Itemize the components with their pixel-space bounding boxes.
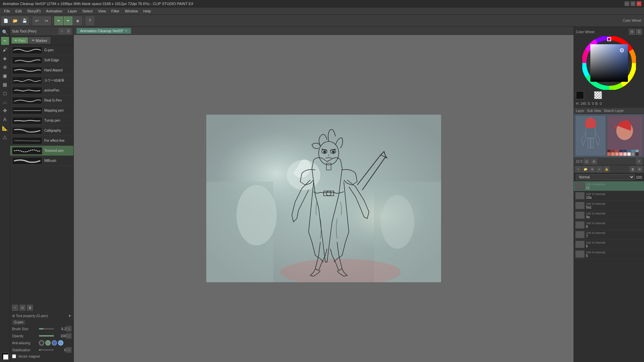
new-brush-button[interactable]: + — [12, 305, 18, 311]
zoom-fit-button[interactable]: ⊟ — [584, 159, 590, 165]
open-button[interactable]: 📂 — [11, 16, 19, 25]
brush-item-hardalased[interactable]: Hard Alased — [10, 65, 73, 75]
menu-file[interactable]: File — [1, 8, 13, 14]
minimize-button[interactable]: — — [625, 1, 629, 6]
opacity-slider[interactable] — [39, 335, 54, 337]
fill-tool[interactable]: ▣ — [1, 72, 9, 80]
add-layer-button[interactable]: + — [575, 166, 581, 172]
text-tool[interactable]: A — [1, 115, 9, 123]
help-toolbar[interactable]: ? — [86, 16, 94, 25]
brush-size-decrease[interactable]: ✒ — [54, 16, 63, 25]
menu-view[interactable]: View — [95, 8, 109, 14]
color-wheel-settings[interactable]: ⚙ — [629, 29, 635, 35]
stabilization-input-button[interactable]: ↕ — [66, 347, 71, 353]
layer-item-11[interactable]: 100 % Normal 11 — [574, 181, 644, 191]
layer-item-9a[interactable]: 100 % Normal 9a — [574, 210, 644, 220]
menu-edit[interactable]: Edit — [13, 8, 24, 14]
layer-item-7[interactable]: 100 % Normal 7 — [574, 230, 644, 240]
canvas-content[interactable] — [206, 115, 441, 282]
vector-magnet-checkbox[interactable] — [12, 354, 16, 358]
brush-item-texturedpen[interactable]: Textured pen — [10, 146, 73, 156]
foreground-swatch[interactable] — [576, 91, 584, 99]
menu-filter[interactable]: Filter — [109, 8, 122, 14]
zoom-in-button[interactable]: ⊞ — [591, 159, 597, 165]
move-tool[interactable]: ✥ — [1, 107, 9, 115]
transparent-swatch[interactable] — [594, 91, 602, 99]
search-layer-tab[interactable]: Search Layer — [604, 109, 624, 113]
brush-size-slider[interactable] — [39, 328, 54, 329]
brush-item-fillbrush[interactable]: fillBrush — [10, 156, 73, 166]
brush-item-effectline[interactable]: For effect line — [10, 136, 73, 146]
layer-item-5a1[interactable]: 100 % Normal 5a1 — [574, 201, 644, 210]
color-wheel-menu[interactable]: ☰ — [636, 29, 642, 35]
layer-item-8[interactable]: 100 % Normal 8 — [574, 220, 644, 230]
marker-tab[interactable]: ✏ Marker — [29, 37, 50, 44]
aa-option-3[interactable] — [58, 340, 63, 346]
menu-story[interactable]: Story(P) — [24, 8, 43, 14]
new-button[interactable]: 📄 — [1, 16, 10, 25]
background-swatch[interactable] — [586, 93, 594, 101]
pen-tab[interactable]: ✒ Pen — [11, 37, 28, 44]
reset-rotation-button[interactable]: ↺ — [636, 159, 642, 165]
brush-item-gpen[interactable]: G-pen — [10, 45, 73, 55]
blend-mode-select[interactable]: Normal — [576, 174, 635, 180]
layer-mask-button[interactable]: ⊕ — [589, 166, 595, 172]
close-button[interactable]: ✕ — [637, 1, 641, 6]
pen-tool[interactable]: ✒ — [1, 37, 9, 45]
delete-layer-button[interactable]: 🗑 — [630, 166, 636, 172]
canvas-viewport[interactable] — [74, 35, 574, 362]
menu-help[interactable]: Help — [141, 8, 154, 14]
menu-select[interactable]: Select — [80, 8, 96, 14]
stabilization-slider[interactable] — [39, 349, 54, 351]
brush-item-softedge[interactable]: Soft Edge — [10, 55, 73, 65]
gradient-tool[interactable]: ▦ — [1, 80, 9, 88]
canvas-tab-item[interactable]: Animation Cleanup Ver03* ✕ — [76, 28, 131, 34]
color-wheel-svg[interactable] — [582, 36, 636, 90]
lasso-tool[interactable]: ⌓ — [1, 98, 9, 106]
layer-item-6[interactable]: 100 % Normal 6 — [574, 240, 644, 249]
opacity-input-button[interactable]: ↕ — [66, 333, 71, 339]
add-folder-button[interactable]: 📁 — [582, 166, 588, 172]
merge-layer-button[interactable]: ⊞ — [637, 166, 643, 172]
background-color[interactable] — [3, 354, 8, 360]
eraser-tool[interactable]: ◈ — [1, 54, 9, 62]
brush-item-karaepen[interactable]: カラー絵線筆 — [10, 75, 73, 85]
sub-view-tab[interactable]: Sub View — [587, 109, 601, 113]
save-button[interactable]: 💾 — [20, 16, 29, 25]
menu-animation[interactable]: Animation — [43, 8, 65, 14]
color-wheel-container[interactable] — [582, 36, 636, 90]
layer-item-5[interactable]: 100 % Normal 5 — [574, 249, 644, 259]
maximize-button[interactable]: □ — [631, 1, 635, 6]
copy-brush-button[interactable]: ⧉ — [19, 305, 25, 311]
layer-item-10a[interactable]: 100 % Normal 10a — [574, 191, 644, 201]
select-tool[interactable]: ◻ — [1, 89, 9, 97]
aa-option-2[interactable] — [52, 340, 57, 346]
layer-props-tab[interactable]: Layer — [576, 109, 584, 113]
zoom-tool[interactable]: 🔍 — [1, 28, 9, 36]
shape-tool[interactable]: △ — [1, 133, 9, 141]
aa-option-1[interactable] — [45, 340, 51, 346]
menu-layer[interactable]: Layer — [65, 8, 80, 14]
ruler-tool[interactable]: 📐 — [1, 124, 9, 132]
foreground-color[interactable] — [1, 353, 9, 360]
canvas-tab-close[interactable]: ✕ — [125, 29, 127, 33]
eraser-tool-tb[interactable]: ◈ — [73, 16, 82, 25]
clipping-button[interactable]: ⊂ — [596, 166, 602, 172]
brush-item-mappingpen[interactable]: Mapping pen — [10, 106, 73, 116]
aa-option-0[interactable] — [39, 340, 44, 346]
redo-button[interactable]: ↪ — [42, 16, 51, 25]
brush-size-increase[interactable]: ✒ — [64, 16, 72, 25]
brush-tool[interactable]: 🖌 — [1, 46, 9, 54]
brush-item-animepen[interactable]: animePen — [10, 85, 73, 96]
eyedropper-tool[interactable]: ⊕ — [1, 63, 9, 71]
lock-button[interactable]: 🔒 — [603, 166, 609, 172]
delete-brush-button[interactable]: 🗑 — [27, 305, 33, 311]
sub-panel-menu[interactable]: ☰ — [65, 28, 71, 34]
sub-panel-add[interactable]: + — [59, 28, 65, 34]
undo-button[interactable]: ↩ — [33, 16, 41, 25]
brush-item-calligraphy[interactable]: Calligraphy — [10, 126, 73, 136]
brush-size-input-button[interactable]: ↕ — [66, 326, 71, 331]
brush-item-turnip[interactable]: Turnip pen — [10, 116, 73, 126]
menu-window[interactable]: Window — [122, 8, 141, 14]
brush-item-realgpen[interactable]: Real G-Pen — [10, 96, 73, 106]
